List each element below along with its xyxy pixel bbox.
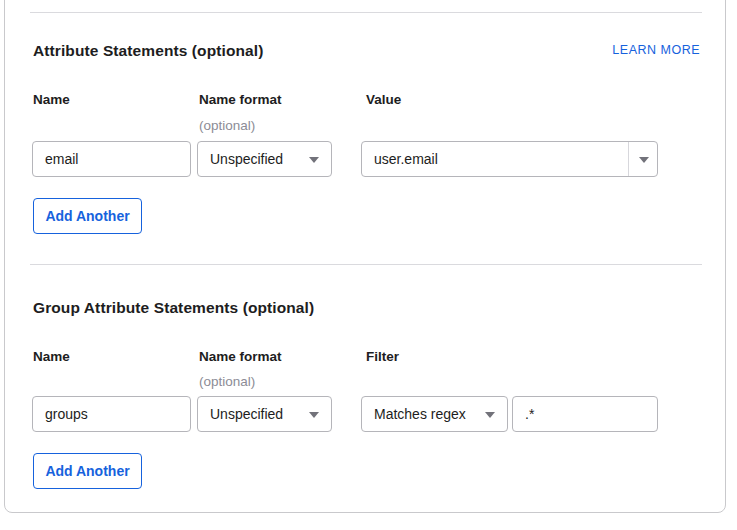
learn-more-link[interactable]: LEARN MORE (612, 43, 700, 57)
chevron-down-icon (309, 412, 319, 418)
group-attribute-name-format-selected-value: Unspecified (210, 406, 283, 422)
column-label-filter: Filter (366, 349, 399, 364)
attribute-name-input[interactable] (32, 141, 191, 177)
column-label-name-format: Name format (199, 92, 282, 107)
attribute-name-format-select[interactable]: Unspecified (197, 141, 332, 177)
add-another-group-attribute-button[interactable]: Add Another (33, 453, 142, 489)
column-label-value: Value (366, 92, 401, 107)
attribute-statements-title: Attribute Statements (optional) (33, 42, 263, 60)
group-attribute-name-input[interactable] (32, 396, 191, 432)
group-attribute-filter-type-select[interactable]: Matches regex (361, 396, 508, 432)
attribute-value-dropdown-button[interactable] (628, 142, 657, 176)
column-label-name-format: Name format (199, 349, 282, 364)
attribute-name-format-selected-value: Unspecified (210, 151, 283, 167)
group-attribute-name-format-select[interactable]: Unspecified (197, 396, 332, 432)
column-sublabel-optional: (optional) (199, 118, 255, 133)
column-label-name: Name (33, 349, 70, 364)
settings-panel (4, 0, 726, 513)
add-another-attribute-button[interactable]: Add Another (33, 198, 142, 234)
chevron-down-icon (639, 157, 649, 163)
section-divider-top (30, 12, 702, 13)
section-divider-middle (30, 264, 702, 265)
attribute-value-input[interactable] (362, 142, 628, 176)
column-sublabel-optional: (optional) (199, 374, 255, 389)
group-attribute-filter-value-input[interactable] (512, 396, 658, 432)
attribute-value-combobox (361, 141, 658, 177)
group-attribute-filter-type-selected-value: Matches regex (374, 406, 466, 422)
group-attribute-statements-title: Group Attribute Statements (optional) (33, 299, 314, 317)
chevron-down-icon (309, 157, 319, 163)
column-label-name: Name (33, 92, 70, 107)
chevron-down-icon (485, 412, 495, 418)
